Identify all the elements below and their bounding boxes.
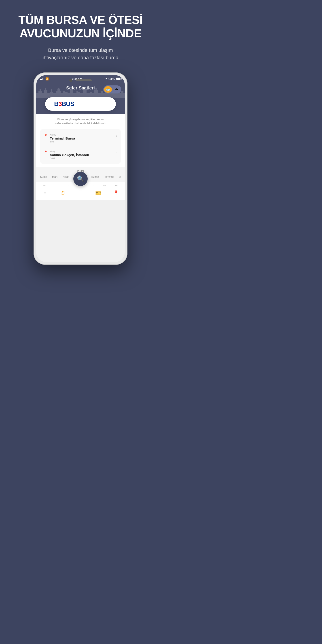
hero-title: TÜM BURSA VE ÖTESİ AVUCUNUZUN İÇİNDE — [18, 14, 142, 40]
month-subat[interactable]: Şubat — [39, 174, 48, 179]
phone-top-bar — [69, 79, 92, 82]
departure-chevron-icon[interactable]: › — [116, 134, 117, 138]
departure-pin-icon: 📍 — [44, 134, 48, 138]
schedules-tab-icon: ≡ — [44, 190, 46, 196]
arrival-name: Sabiha Gökçen, İstanbul — [50, 153, 114, 157]
phone-screen: 📶 9:41 AM ✴ 100% — [36, 75, 125, 262]
app-content: Firma ve güzergahınızı seçtikten sonra s… — [36, 114, 125, 167]
phone-mockup: 📶 9:41 AM ✴ 100% — [34, 72, 128, 265]
arrival-code: SAW — [50, 157, 114, 160]
phone-shell: 📶 9:41 AM ✴ 100% — [34, 72, 128, 265]
route-card[interactable]: 📍 Kalkış Terminal, Bursa BRS › — [40, 129, 121, 164]
month-temmuz[interactable]: Temmuz — [103, 174, 116, 179]
month-mart[interactable]: Mart — [51, 174, 59, 179]
tab-schedules[interactable]: ≡ — [38, 190, 52, 196]
tab-departures[interactable]: ⏱ — [56, 190, 70, 196]
mode-toggle[interactable]: 🚌 ⛴ — [103, 86, 121, 94]
departure-name: Terminal, Bursa — [50, 136, 114, 140]
departures-tab-icon: ⏱ — [60, 190, 65, 196]
instruction-line2: sefer saatlerimiz hakkında bilgi alabili… — [55, 122, 106, 125]
logo-3-part: 3 — [58, 100, 62, 107]
tab-tickets[interactable]: 🎫 — [92, 190, 105, 196]
search-fab-icon: 🔍 — [77, 175, 84, 182]
phone-speaker — [76, 80, 92, 81]
main-content: Firma ve güzergahınızı seçtikten sonra s… — [36, 114, 125, 200]
departure-label: Kalkış — [50, 134, 114, 136]
wifi-icon: 📶 — [46, 77, 49, 80]
tickets-tab-icon: 🎫 — [95, 190, 101, 196]
instruction-line1: Firma ve güzergahınızı seçtikten sonra — [58, 118, 104, 121]
month-haziran[interactable]: Haziran — [88, 174, 100, 179]
signal-bar-4 — [44, 78, 44, 80]
hero-title-line1: TÜM BURSA VE ÖTESİ — [18, 14, 142, 26]
logo-section: B3BUS — [36, 98, 125, 114]
tab-map[interactable]: 📍 — [109, 190, 122, 196]
map-tab-icon: 📍 — [113, 190, 119, 196]
arrival-info: Varış Sabiha Gökçen, İstanbul SAW — [50, 150, 114, 160]
hero-title-line2: AVUCUNUZUN İÇİNDE — [20, 27, 141, 40]
logo-bus-part: BUS — [62, 100, 74, 107]
signal-bar-2 — [41, 79, 42, 80]
phone-camera — [69, 79, 72, 82]
app-header-title: Sefer Saatleri — [66, 86, 95, 90]
bottom-tab-bar: ≡ ⏱ 🎫 📍 — [36, 186, 125, 200]
arrival-chevron-icon[interactable]: › — [116, 151, 117, 154]
battery-icon — [116, 78, 121, 80]
logo-b-part: B — [54, 100, 58, 107]
arrival-label: Varış — [50, 150, 114, 152]
hero-section: TÜM BURSA VE ÖTESİ AVUCUNUZUN İÇİNDE Bur… — [5, 0, 156, 68]
logo-text: B3BUS — [54, 100, 74, 107]
battery-label: 100% — [108, 78, 115, 80]
app-header: Sefer Saatleri 🚌 ⛴ — [36, 83, 125, 98]
instruction-text: Firma ve güzergahınızı seçtikten sonra s… — [40, 118, 121, 126]
month-nisan[interactable]: Nisan — [61, 174, 71, 179]
arrival-row: 📍 Varış Sabiha Gökçen, İstanbul SAW › — [44, 149, 117, 161]
route-dashed-divider — [46, 144, 46, 149]
bluetooth-icon: ✴ — [105, 77, 107, 80]
logo-card[interactable]: B3BUS — [45, 97, 116, 111]
search-fab-button[interactable]: 🔍 — [73, 172, 88, 186]
status-right: ✴ 100% — [105, 77, 121, 80]
signal-bars — [40, 78, 44, 80]
departure-row: 📍 Kalkış Terminal, Bursa BRS › — [44, 132, 117, 144]
status-left: 📶 — [40, 77, 49, 80]
arrival-pin-icon: 📍 — [44, 150, 48, 154]
signal-bar-3 — [42, 78, 43, 80]
month-agustos[interactable]: A — [118, 174, 122, 179]
departure-info: Kalkış Terminal, Bursa BRS — [50, 134, 114, 143]
bus-toggle[interactable]: 🚌 — [104, 86, 112, 92]
ferry-toggle[interactable]: ⛴ — [113, 86, 120, 92]
battery-fill — [116, 78, 120, 80]
departure-code: BRS — [50, 140, 114, 143]
hero-subtitle: Bursa ve ötesinde tüm ulaşımihtiyaçların… — [18, 46, 142, 61]
signal-bar-1 — [40, 79, 41, 80]
